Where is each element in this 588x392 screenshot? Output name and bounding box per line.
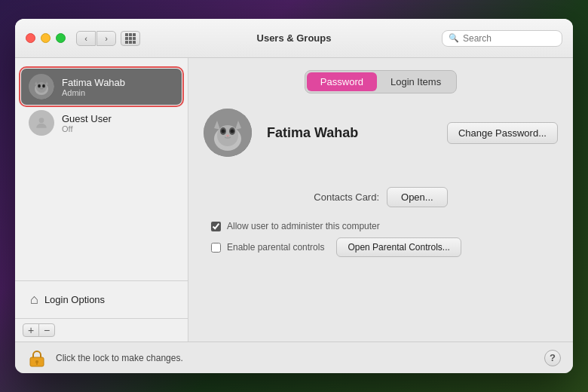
user-info-row: Fatima Wahab Change Password...: [204, 109, 558, 157]
house-icon: ⌂: [30, 292, 38, 308]
remove-user-button[interactable]: −: [38, 323, 55, 337]
content: Fatima Wahab Admin Guest User Off: [15, 58, 573, 341]
bottom-bar: Click the lock to make changes. ?: [15, 341, 573, 373]
svg-point-5: [38, 85, 40, 87]
lock-text: Click the lock to make changes.: [56, 353, 535, 363]
allow-admin-label: Allow user to administer this computer: [227, 221, 380, 231]
minimize-button[interactable]: [41, 33, 51, 43]
user-name-display: Fatima Wahab: [267, 125, 432, 141]
avatar-fatima: [29, 74, 54, 100]
allow-admin-row: Allow user to administer this computer: [204, 218, 558, 234]
parental-controls-row: Enable parental controls Open Parental C…: [204, 234, 558, 260]
allow-admin-checkbox[interactable]: [211, 222, 221, 231]
checkboxes-section: Allow user to administer this computer E…: [204, 218, 558, 260]
svg-point-22: [35, 360, 38, 363]
sidebar-item-text-guest: Guest User Off: [62, 113, 112, 133]
login-options-label: Login Options: [44, 294, 105, 305]
sidebar-item-name-guest: Guest User: [62, 113, 112, 124]
grid-icon: [125, 33, 136, 44]
sidebar-item-text-fatima: Fatima Wahab Admin: [62, 77, 125, 97]
change-password-button[interactable]: Change Password...: [447, 122, 558, 144]
forward-button[interactable]: ›: [96, 31, 116, 46]
parental-controls-label: Enable parental controls: [227, 242, 324, 253]
svg-point-16: [231, 130, 234, 133]
add-user-button[interactable]: +: [23, 323, 39, 337]
sidebar-user-list: Fatima Wahab Admin Guest User Off: [15, 66, 188, 280]
fullscreen-button[interactable]: [56, 33, 66, 43]
open-contacts-button[interactable]: Open...: [387, 187, 448, 207]
tabs-row: Password Login Items: [204, 70, 558, 93]
lock-button[interactable]: [27, 348, 47, 368]
help-button[interactable]: ?: [544, 350, 561, 366]
close-button[interactable]: [26, 33, 35, 43]
user-avatar-large: [204, 109, 252, 157]
grid-menu-button[interactable]: [121, 31, 140, 46]
tab-login-items[interactable]: Login Items: [377, 72, 455, 91]
traffic-lights: [26, 33, 66, 43]
sidebar-item-guest[interactable]: Guest User Off: [21, 105, 182, 141]
search-input[interactable]: [463, 33, 556, 44]
parental-controls-checkbox[interactable]: [211, 243, 221, 253]
window-title: Users & Groups: [257, 32, 332, 44]
titlebar: ‹ › Users & Groups 🔍: [15, 19, 573, 58]
back-button[interactable]: ‹: [76, 31, 96, 46]
svg-point-9: [39, 118, 44, 123]
sidebar-item-fatima[interactable]: Fatima Wahab Admin: [21, 69, 182, 105]
sidebar-item-name-fatima: Fatima Wahab: [62, 77, 125, 88]
svg-point-2: [36, 82, 47, 93]
svg-point-15: [222, 130, 225, 133]
login-options-item[interactable]: ⌂ Login Options: [23, 287, 180, 312]
main-panel: Password Login Items: [188, 58, 573, 341]
window: ‹ › Users & Groups 🔍: [15, 19, 573, 373]
avatar-guest: [29, 110, 54, 136]
open-parental-controls-button[interactable]: Open Parental Controls...: [336, 237, 461, 257]
search-icon: 🔍: [449, 33, 459, 43]
nav-buttons: ‹ ›: [76, 31, 116, 46]
sidebar-add-remove: + −: [15, 318, 188, 341]
svg-point-6: [43, 85, 44, 87]
sidebar-item-sub-guest: Off: [62, 124, 112, 133]
tab-group: Password Login Items: [305, 70, 457, 93]
tab-password[interactable]: Password: [307, 72, 377, 91]
contacts-label: Contacts Card:: [314, 191, 379, 203]
contacts-row: Contacts Card: Open...: [204, 187, 558, 207]
sidebar: Fatima Wahab Admin Guest User Off: [15, 58, 188, 341]
search-box[interactable]: 🔍: [442, 30, 562, 47]
sidebar-item-sub-fatima: Admin: [62, 88, 125, 97]
sidebar-bottom: ⌂ Login Options: [15, 280, 188, 318]
